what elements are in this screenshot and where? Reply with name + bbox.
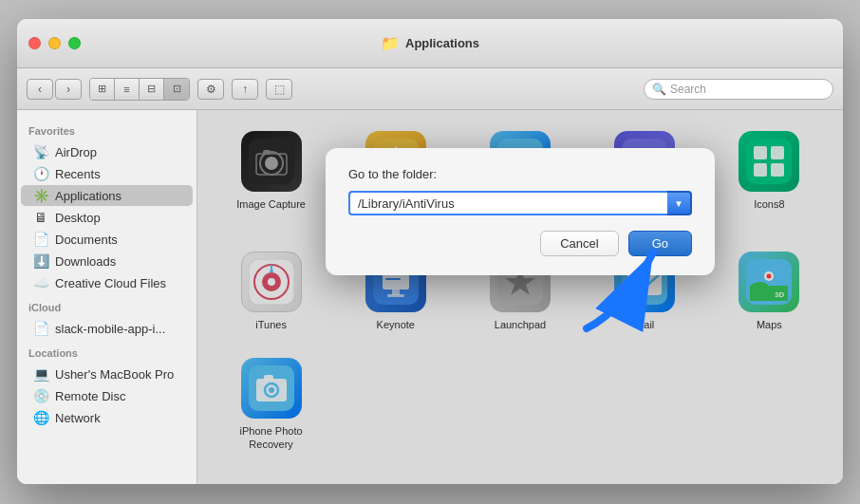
traffic-lights [28,37,81,49]
network-icon: 🌐 [32,410,49,425]
macbook-icon: 💻 [32,366,49,382]
icloud-section-label: iCloud [17,294,196,317]
sidebar-item-macbook-label: Usher's MacBook Pro [55,367,174,382]
sidebar-item-downloads[interactable]: ⬇️ Downloads [21,251,193,271]
airdrop-icon: 📡 [32,144,49,159]
sidebar-item-slack-label: slack-mobile-app-i... [55,322,165,336]
icon-view-button[interactable]: ⊞ [90,79,115,100]
search-placeholder: Search [670,83,706,96]
folder-path-input[interactable] [348,191,667,215]
main-content: Favorites 📡 AirDrop 🕐 Recents ✳️ Applica… [17,110,843,484]
cancel-button[interactable]: Cancel [540,231,618,256]
window-title: Applications [405,36,479,50]
sidebar-item-documents[interactable]: 📄 Documents [21,229,193,250]
slack-icon: 📄 [32,321,49,336]
folder-icon: 📁 [381,34,400,52]
creative-cloud-icon: ☁️ [32,275,49,290]
goto-folder-dialog: Go to the folder: ▼ Cancel Go [326,148,715,275]
back-button[interactable]: ‹ [27,79,53,100]
favorites-section-label: Favorites [17,118,196,140]
gallery-view-button[interactable]: ⊡ [164,79,189,100]
desktop-icon: 🖥 [32,210,49,225]
applications-icon: ✳️ [32,188,49,203]
window-title-area: 📁 Applications [381,34,479,52]
list-view-button[interactable]: ≡ [115,79,140,100]
share-button[interactable]: ⬚ [266,79,292,100]
sidebar-item-macbook[interactable]: 💻 Usher's MacBook Pro [21,364,193,384]
nav-buttons: ‹ › [27,79,82,100]
remote-disc-icon: 💿 [32,388,49,403]
minimize-button[interactable] [48,37,61,49]
file-area: Image Capture Image2Icon [197,110,843,484]
sidebar: Favorites 📡 AirDrop 🕐 Recents ✳️ Applica… [17,110,197,484]
sidebar-item-creative-cloud-label: Creative Cloud Files [55,276,166,290]
action-button[interactable]: ↑ [232,79,258,100]
close-button[interactable] [28,37,41,49]
sidebar-item-network-label: Network [55,411,101,425]
column-view-button[interactable]: ⊟ [140,79,164,100]
toolbar: ‹ › ⊞ ≡ ⊟ ⊡ ⚙ ↑ ⬚ 🔍 Search [17,68,843,110]
title-bar: 📁 Applications [17,19,843,68]
dropdown-arrow-button[interactable]: ▼ [667,191,692,215]
recents-icon: 🕐 [32,166,49,181]
documents-icon: 📄 [32,232,49,247]
sidebar-item-airdrop[interactable]: 📡 AirDrop [21,141,193,162]
sidebar-item-recents-label: Recents [55,167,101,181]
dialog-buttons: Cancel Go [348,231,692,256]
dialog-input-row: ▼ [348,191,692,215]
sidebar-item-applications[interactable]: ✳️ Applications [21,185,193,206]
finder-window: 📁 Applications ‹ › ⊞ ≡ ⊟ ⊡ ⚙ ↑ ⬚ 🔍 Searc… [17,19,843,484]
sidebar-item-recents[interactable]: 🕐 Recents [21,163,193,184]
sidebar-item-remote-disc-label: Remote Disc [55,389,125,403]
arrange-button[interactable]: ⚙ [197,79,224,100]
sidebar-item-remote-disc[interactable]: 💿 Remote Disc [21,385,193,406]
view-switcher: ⊞ ≡ ⊟ ⊡ [89,78,190,101]
go-button[interactable]: Go [628,231,692,256]
sidebar-item-creative-cloud[interactable]: ☁️ Creative Cloud Files [21,272,193,293]
sidebar-item-downloads-label: Downloads [55,254,116,269]
sidebar-item-documents-label: Documents [55,233,118,247]
sidebar-item-network[interactable]: 🌐 Network [21,407,193,428]
forward-button[interactable]: › [55,79,82,100]
sidebar-item-airdrop-label: AirDrop [55,145,97,159]
maximize-button[interactable] [68,37,81,49]
search-icon: 🔍 [652,83,666,96]
sidebar-item-applications-label: Applications [55,189,122,203]
search-box[interactable]: 🔍 Search [644,79,833,100]
downloads-icon: ⬇️ [32,253,49,269]
dialog-title: Go to the folder: [348,167,692,181]
sidebar-item-desktop[interactable]: 🖥 Desktop [21,207,193,228]
sidebar-item-desktop-label: Desktop [55,211,101,225]
sidebar-item-slack-mobile[interactable]: 📄 slack-mobile-app-i... [21,318,193,339]
locations-section-label: Locations [17,340,196,363]
dialog-overlay: Go to the folder: ▼ Cancel Go [197,110,843,484]
